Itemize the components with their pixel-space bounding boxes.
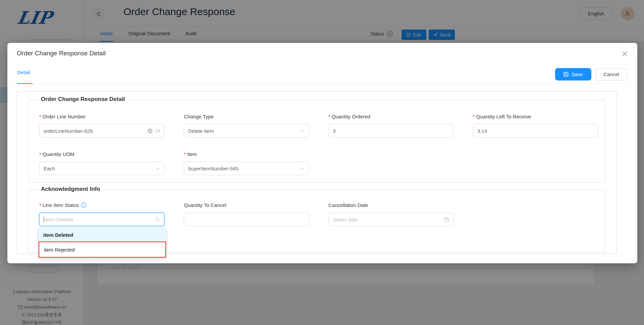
search-icon [155, 217, 160, 222]
modal-tab-indicator [17, 83, 33, 84]
char-count: 19 [155, 128, 160, 133]
item-select[interactable]: buyerItemNumber-945 [184, 162, 309, 175]
quantity-ordered-input[interactable]: 3 [328, 124, 453, 138]
section-legend: Order Change Response Detail [38, 96, 128, 103]
quantity-ordered-value: 3 [333, 128, 449, 134]
order-change-response-detail-modal: Order Change Response Detail Detail Save… [7, 43, 637, 263]
clear-icon[interactable]: ✕ [148, 128, 153, 133]
field-change-type: Change Type Delete Item [184, 113, 309, 138]
chevron-down-icon [300, 129, 305, 133]
save-icon [564, 72, 569, 77]
modal-title: Order Change Response Detail [17, 50, 106, 57]
field-item: Item buyerItemNumber-945 [184, 150, 309, 175]
field-label: Quantity To Cancel [184, 202, 226, 208]
change-type-value: Delete Item [188, 128, 300, 134]
quantity-left-to-receive-input[interactable]: 3.14 [473, 124, 598, 138]
screen: LIP Logistics Information Platform Versi… [0, 0, 644, 325]
line-item-status-combobox[interactable]: Item Deleted [39, 213, 164, 226]
modal-tab-detail[interactable]: Detail [17, 69, 30, 75]
quantity-uom-value: Each [44, 166, 156, 171]
option-item-rejected[interactable]: item Rejected [39, 241, 166, 258]
item-value: buyerItemNumber-945 [188, 166, 300, 171]
field-quantity-to-cancel: Quantity To Cancel [184, 201, 309, 226]
line-item-status-placeholder: Item Deleted [44, 217, 155, 222]
modal-form-card: Order Change Response Detail Order Line … [16, 91, 616, 254]
save-button-label: Save [571, 71, 583, 77]
section-acknowledgment-info: Acknowledgment Info Line Item Status Ite… [28, 189, 605, 253]
field-cancellation-date: Cancellation Date Select date [328, 201, 453, 226]
quantity-to-cancel-input[interactable] [184, 213, 309, 226]
chevron-down-icon [156, 166, 160, 171]
field-quantity-ordered: Quantity Ordered 3 [328, 113, 453, 138]
option-item-deleted[interactable]: item Deleted [39, 228, 166, 241]
modal-header: Order Change Response Detail [7, 43, 637, 64]
field-line-item-status: Line Item Status Item Deleted item Delet… [39, 201, 164, 226]
line-item-status-dropdown: item Deleted item Rejected [39, 228, 166, 258]
field-quantity-left-to-receive: Quantity Left To Receive 3.14 [473, 113, 598, 138]
modal-toolbar: Detail Save Cancel [7, 64, 637, 84]
field-label: Quantity Left To Receive [473, 114, 531, 119]
change-type-select[interactable]: Delete Item [184, 124, 309, 138]
section-legend: Acknowledgment Info [38, 186, 103, 193]
field-label: Quantity Ordered [328, 114, 370, 119]
close-icon[interactable] [621, 50, 629, 58]
field-label: Line Item Status [39, 202, 79, 208]
section-order-change-response-detail: Order Change Response Detail Order Line … [28, 100, 605, 183]
field-label: Quantity UOM [39, 151, 74, 157]
quantity-uom-select[interactable]: Each [39, 162, 164, 175]
field-label: Order Line Number [39, 114, 86, 119]
field-order-line-number: Order Line Number orderLineNumber-626 ✕ … [39, 113, 164, 138]
field-label: Change Type [184, 114, 214, 119]
order-line-number-value: orderLineNumber-626 [44, 128, 148, 134]
calendar-icon [444, 217, 449, 222]
quantity-left-to-receive-value: 3.14 [477, 128, 594, 134]
cancellation-date-placeholder: Select date [333, 217, 444, 222]
text-caret [44, 216, 44, 223]
info-icon[interactable] [81, 202, 87, 208]
field-label: Cancellation Date [328, 202, 368, 208]
cancel-button[interactable]: Cancel [595, 68, 627, 80]
field-label: Item [184, 151, 197, 157]
save-button[interactable]: Save [555, 68, 591, 80]
field-quantity-uom: Quantity UOM Each [39, 150, 164, 175]
order-line-number-input[interactable]: orderLineNumber-626 ✕ 19 [39, 124, 164, 138]
cancellation-date-picker[interactable]: Select date [328, 213, 453, 226]
chevron-down-icon [300, 166, 305, 171]
